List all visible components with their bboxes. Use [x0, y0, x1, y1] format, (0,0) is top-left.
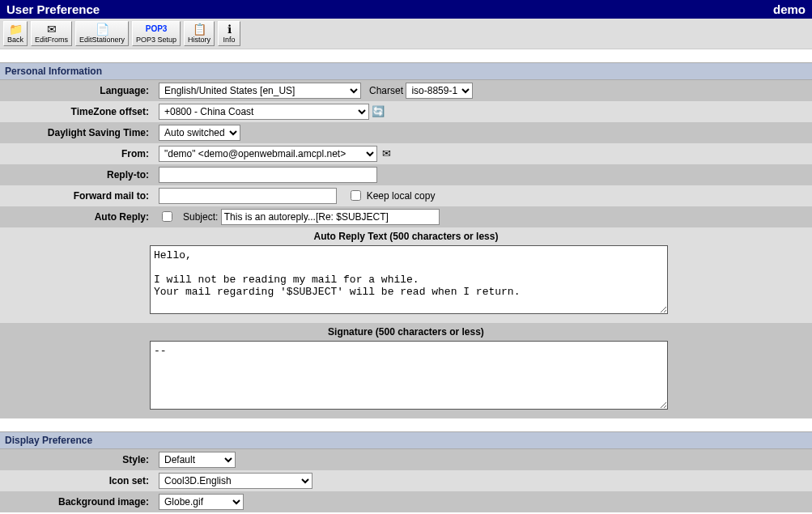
label-language: Language:: [0, 80, 154, 101]
edit-froms-button-label: EditFroms: [35, 36, 68, 45]
history-button-label: History: [188, 36, 210, 45]
forward-input[interactable]: [159, 188, 337, 204]
back-icon: 📁: [9, 23, 23, 36]
autoreply-checkbox[interactable]: [162, 211, 172, 222]
back-button-label: Back: [7, 36, 23, 45]
signature-text-area[interactable]: --: [150, 341, 668, 410]
edit-froms-button[interactable]: ✉EditFroms: [31, 21, 72, 46]
edit-stationery-icon: 📄: [96, 23, 109, 36]
refresh-icon[interactable]: 🔄: [372, 105, 385, 118]
signature-header: Signature (500 characters or less): [0, 323, 812, 341]
dst-select[interactable]: Auto switched: [159, 125, 240, 141]
back-button[interactable]: 📁Back: [3, 21, 28, 46]
label-background: Background image:: [0, 491, 154, 512]
pop3-setup-button[interactable]: POP3POP3 Setup: [132, 21, 181, 46]
label-from: From:: [0, 143, 154, 164]
autoreply-text-header: Auto Reply Text (500 characters or less): [0, 227, 812, 245]
info-icon: ℹ: [227, 23, 232, 36]
label-autoreply-subject: Subject:: [183, 211, 218, 223]
label-iconset: Icon set:: [0, 470, 154, 491]
pop3-setup-icon: POP3: [146, 23, 168, 36]
history-button[interactable]: 📋History: [184, 21, 215, 46]
autoreply-subject-input[interactable]: [221, 209, 440, 225]
label-style: Style:: [0, 449, 154, 470]
history-icon: 📋: [193, 23, 206, 36]
personal-info-table: Language: English/United States [en_US] …: [0, 80, 812, 418]
section-header-personal: Personal Information: [0, 62, 812, 80]
label-dst: Daylight Saving Time:: [0, 122, 154, 143]
timezone-select[interactable]: +0800 - China Coast: [159, 104, 369, 120]
autoreply-text-area[interactable]: Hello, I will not be reading my mail for…: [150, 245, 668, 314]
edit-froms-icon: ✉: [47, 23, 57, 36]
current-user: demo: [773, 2, 806, 16]
language-select[interactable]: English/United States [en_US]: [159, 83, 361, 99]
background-select[interactable]: Globe.gif: [159, 494, 244, 510]
label-charset: Charset: [369, 85, 403, 96]
section-header-display: Display Preference: [0, 431, 812, 449]
edit-stationery-button-label: EditStationery: [79, 36, 125, 45]
label-forward: Forward mail to:: [0, 185, 154, 206]
edit-from-icon[interactable]: ✉: [380, 147, 393, 160]
style-select[interactable]: Default: [159, 452, 236, 468]
toolbar: 📁Back✉EditFroms📄EditStationeryPOP3POP3 S…: [0, 19, 812, 49]
display-pref-table: Style: Default Icon set: Cool3D.English …: [0, 449, 812, 512]
replyto-input[interactable]: [159, 167, 377, 183]
label-keep-local-copy: Keep local copy: [367, 190, 436, 202]
title-bar: User Preference demo: [0, 0, 812, 19]
keep-local-copy-checkbox[interactable]: [351, 190, 361, 201]
charset-select[interactable]: iso-8859-1: [406, 83, 473, 99]
info-button-label: Info: [223, 36, 236, 45]
edit-stationery-button[interactable]: 📄EditStationery: [75, 21, 129, 46]
label-timezone: TimeZone offset:: [0, 101, 154, 122]
iconset-select[interactable]: Cool3D.English: [159, 473, 312, 489]
info-button[interactable]: ℹInfo: [218, 21, 240, 46]
label-replyto: Reply-to:: [0, 164, 154, 185]
label-autoreply: Auto Reply:: [0, 206, 154, 227]
page-title: User Preference: [6, 2, 100, 16]
from-select[interactable]: "demo" <demo@openwebmail.amcpl.net>: [159, 146, 377, 162]
pop3-setup-button-label: POP3 Setup: [136, 36, 176, 45]
